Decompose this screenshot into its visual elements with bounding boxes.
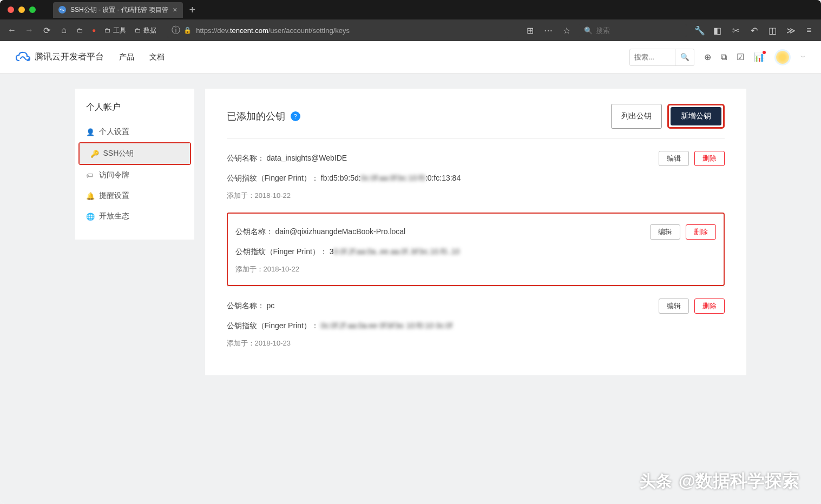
add-key-button[interactable]: 新增公钥 xyxy=(671,107,721,125)
tab-title: SSH公钥 - 设置 - 代码托管 项目管 xyxy=(70,5,168,15)
tab-favicon xyxy=(58,6,66,14)
nav-links: 产品 文档 xyxy=(119,52,165,62)
logo[interactable]: 腾讯云开发者平台 xyxy=(15,51,104,64)
key-date: 添加于：2018-10-22 xyxy=(235,264,716,274)
sidebar-item-profile[interactable]: 👤 个人设置 xyxy=(75,122,194,142)
page: 腾讯云开发者平台 产品 文档 🔍 ⊕ ⧉ ☑ 📊 ﹀ 个人帐户 👤 个人设置 xyxy=(0,41,821,504)
key-name: 公钥名称：pc xyxy=(227,301,275,311)
key-fingerprint: 公钥指纹（Finger Print）： 0c:0f:2f aa:0a:ee 0f… xyxy=(227,321,725,331)
main-actions: 列出公钥 新增公钥 xyxy=(611,104,725,129)
undo-icon[interactable]: ↶ xyxy=(747,23,760,38)
globe-icon: 🌐 xyxy=(86,213,94,221)
sidebar-item-open[interactable]: 🌐 开放生态 xyxy=(75,206,194,227)
reload-button[interactable]: ⟳ xyxy=(40,23,53,38)
logo-text: 腾讯云开发者平台 xyxy=(35,51,104,63)
watermark: 头条 @数据科学探索 xyxy=(640,469,799,493)
user-icon: 👤 xyxy=(86,128,94,136)
browser-search[interactable]: 🔍 xyxy=(579,24,687,37)
close-window-button[interactable] xyxy=(8,6,14,13)
more-icon[interactable]: ⋯ xyxy=(542,23,555,38)
wrench-icon[interactable]: 🔧 xyxy=(692,23,705,38)
edit-key-button[interactable]: 编辑 xyxy=(659,151,689,166)
sidebar-icon[interactable]: ◧ xyxy=(711,23,724,38)
delete-key-button[interactable]: 删除 xyxy=(686,224,716,240)
browser-chrome: SSH公钥 - 设置 - 代码托管 项目管 × + ← → ⟳ ⌂ 🗀 ● 🗀工… xyxy=(0,0,821,41)
new-tab-button[interactable]: + xyxy=(189,4,196,16)
sidebar-title: 个人帐户 xyxy=(75,102,194,122)
help-icon[interactable]: ? xyxy=(291,111,300,121)
maximize-window-button[interactable] xyxy=(29,6,36,13)
nav-product[interactable]: 产品 xyxy=(119,52,134,62)
sidebar-item-ssh[interactable]: 🔑 SSH公钥 xyxy=(80,143,190,164)
content: 个人帐户 👤 个人设置 🔑 SSH公钥 🏷 访问令牌 🔔 提醒设置 🌐 xyxy=(0,74,821,504)
url-text: https://dev.tencent.com/user/account/set… xyxy=(196,26,350,35)
key-fingerprint: 公钥指纹（Finger Print）： 30.0f.2f:aa:0a..ee.a… xyxy=(235,247,716,257)
bookmark-data[interactable]: 🗀数据 xyxy=(133,25,159,36)
highlight-add: 新增公钥 xyxy=(667,104,725,129)
browser-search-input[interactable] xyxy=(596,26,687,35)
main-title: 已添加的公钥 ? xyxy=(227,110,300,123)
tab-bar: SSH公钥 - 设置 - 代码托管 项目管 × + xyxy=(0,0,821,19)
back-button[interactable]: ← xyxy=(5,23,18,37)
chevron-down-icon[interactable]: ﹀ xyxy=(800,54,806,61)
sidebar-item-token[interactable]: 🏷 访问令牌 xyxy=(75,165,194,185)
sidebar-item-label: 开放生态 xyxy=(99,211,129,221)
nav-docs[interactable]: 文档 xyxy=(149,52,165,62)
scissors-icon[interactable]: ✂ xyxy=(729,23,742,38)
shield-icon[interactable]: ◫ xyxy=(766,23,779,38)
delete-key-button[interactable]: 删除 xyxy=(694,299,725,314)
minimize-window-button[interactable] xyxy=(18,6,25,13)
info-icon[interactable]: ⓘ xyxy=(172,25,180,36)
add-icon[interactable]: ⊕ xyxy=(704,52,711,62)
bookmark-folder[interactable]: 🗀 xyxy=(75,25,86,35)
sidebar-item-label: SSH公钥 xyxy=(103,149,134,158)
key-date: 添加于：2018-10-22 xyxy=(227,191,725,201)
copy-icon[interactable]: ⧉ xyxy=(721,52,727,62)
notification-dot xyxy=(763,51,766,54)
header-search-input[interactable] xyxy=(630,53,675,61)
home-button[interactable]: ⌂ xyxy=(57,23,70,37)
menu-icon[interactable]: ≡ xyxy=(803,23,816,37)
ssh-key-item: 公钥名称：dain@qixizhuangdeMacBook-Pro.local … xyxy=(227,213,725,286)
key-fingerprint: 公钥指纹（Finger Print）： fb:d5:b9:5d:0c:0f:aa… xyxy=(227,174,725,183)
key-date: 添加于：2018-10-23 xyxy=(227,339,725,348)
bookmark-red[interactable]: ● xyxy=(90,25,98,35)
key-icon: 🔑 xyxy=(90,150,98,158)
key-name: 公钥名称：dain@qixizhuangdeMacBook-Pro.local xyxy=(235,227,406,237)
ssh-key-item: 公钥名称：pc 编辑 删除 公钥指纹（Finger Print）： 0c:0f:… xyxy=(227,286,725,360)
url-bar[interactable]: ⓘ 🔒 https://dev.tencent.com/user/account… xyxy=(167,23,508,38)
star-icon[interactable]: ☆ xyxy=(560,23,573,38)
close-tab-icon[interactable]: × xyxy=(173,5,177,14)
overflow-icon[interactable]: ≫ xyxy=(784,23,797,38)
watermark-prefix: 头条 xyxy=(640,470,672,493)
traffic-lights xyxy=(4,6,42,13)
search-icon: 🔍 xyxy=(584,26,593,35)
header-search[interactable]: 🔍 xyxy=(629,49,694,66)
folder-icon: 🗀 xyxy=(104,26,111,34)
edit-key-button[interactable]: 编辑 xyxy=(659,299,689,314)
checklist-icon[interactable]: ☑ xyxy=(737,52,744,62)
avatar[interactable] xyxy=(774,49,791,65)
highlight-ssh: 🔑 SSH公钥 xyxy=(78,142,191,165)
grid-icon[interactable]: ⊞ xyxy=(523,23,536,38)
sidebar: 个人帐户 👤 个人设置 🔑 SSH公钥 🏷 访问令牌 🔔 提醒设置 🌐 xyxy=(75,89,194,240)
folder-icon: 🗀 xyxy=(135,26,141,34)
chart-icon[interactable]: 📊 xyxy=(754,52,765,62)
key-name: 公钥名称：data_insights@WebIDE xyxy=(227,154,347,163)
tag-icon: 🏷 xyxy=(86,171,94,180)
main-header: 已添加的公钥 ? 列出公钥 新增公钥 xyxy=(227,104,725,138)
bookmark-tools[interactable]: 🗀工具 xyxy=(102,25,128,36)
forward-button[interactable]: → xyxy=(23,23,36,37)
delete-key-button[interactable]: 删除 xyxy=(694,151,725,166)
ssh-key-item: 公钥名称：data_insights@WebIDE 编辑 删除 公钥指纹（Fin… xyxy=(227,138,725,213)
sidebar-item-label: 访问令牌 xyxy=(99,170,129,180)
browser-tab[interactable]: SSH公钥 - 设置 - 代码托管 项目管 × xyxy=(53,2,183,18)
browser-toolbar: ← → ⟳ ⌂ 🗀 ● 🗀工具 🗀数据 ⓘ 🔒 https://dev.tenc… xyxy=(0,19,821,41)
sidebar-item-notify[interactable]: 🔔 提醒设置 xyxy=(75,185,194,206)
watermark-text: @数据科学探索 xyxy=(679,469,799,493)
search-button[interactable]: 🔍 xyxy=(675,49,694,65)
list-keys-button[interactable]: 列出公钥 xyxy=(611,104,662,129)
cloud-icon: ● xyxy=(92,26,96,34)
edit-key-button[interactable]: 编辑 xyxy=(650,224,680,240)
header-right: 🔍 ⊕ ⧉ ☑ 📊 ﹀ xyxy=(629,49,806,66)
